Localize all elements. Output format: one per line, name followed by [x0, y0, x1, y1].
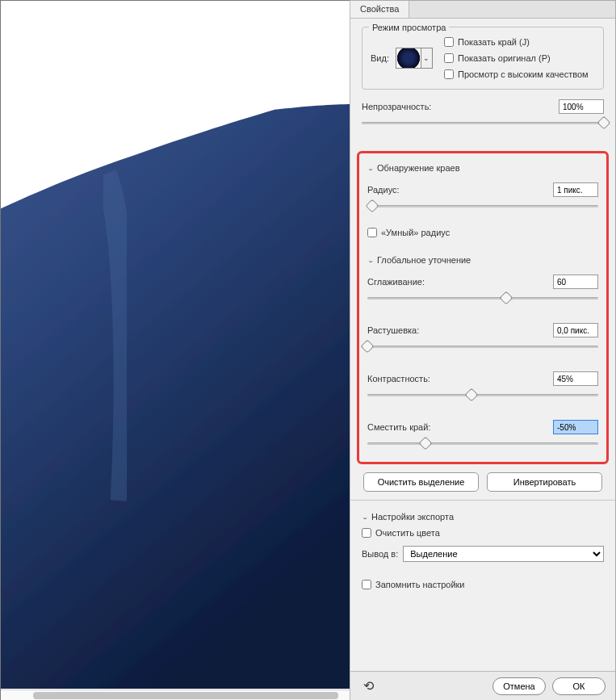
canvas-image [1, 1, 350, 689]
smooth-label: Сглаживание: [367, 277, 425, 287]
radius-slider[interactable] [367, 200, 598, 213]
feather-label: Растушевка: [367, 325, 419, 335]
chevron-down-icon: ⌄ [367, 165, 374, 171]
view-label: Вид: [371, 53, 389, 63]
cb-hq-preview[interactable]: Просмотр с высоким качеством [444, 69, 589, 79]
clear-selection-button[interactable]: Очистить выделение [363, 472, 479, 492]
canvas-area[interactable] [0, 0, 350, 700]
export-header[interactable]: ⌄ Настройки экспорта [362, 509, 604, 528]
cb-remember[interactable]: Запомнить настройки [362, 580, 604, 589]
shift-edge-slider[interactable] [367, 438, 598, 451]
invert-button[interactable]: Инвертировать [487, 472, 602, 492]
output-select[interactable]: Выделение [403, 546, 604, 562]
canvas-hscroll[interactable] [1, 690, 350, 700]
edge-detect-header[interactable]: ⌄ Обнаружение краев [367, 160, 598, 179]
smooth-slider[interactable] [367, 292, 598, 305]
feather-input[interactable] [553, 323, 598, 337]
panel-footer: ⟲ Отмена ОК [350, 671, 615, 700]
view-swatch[interactable] [396, 48, 421, 69]
tab-properties[interactable]: Свойства [350, 1, 409, 18]
revert-icon[interactable]: ⟲ [360, 678, 377, 694]
cb-smart-radius[interactable]: «Умный» радиус [367, 228, 598, 237]
highlighted-settings: ⌄ Обнаружение краев Радиус: «Умный» ради… [357, 151, 609, 464]
contrast-input[interactable] [553, 371, 598, 386]
cb-decontaminate[interactable]: Очистить цвета [362, 528, 604, 538]
opacity-slider[interactable] [362, 117, 604, 130]
ok-button[interactable]: ОК [552, 677, 606, 695]
view-mode-title: Режим просмотра [369, 23, 449, 32]
view-dropdown[interactable]: ⌄ [421, 48, 433, 69]
feather-slider[interactable] [367, 341, 598, 354]
properties-panel: Свойства Режим просмотра Вид: ⌄ Показать… [350, 0, 616, 700]
view-mode-group: Режим просмотра Вид: ⌄ Показать край (J)… [362, 27, 604, 90]
cb-show-original[interactable]: Показать оригинал (P) [444, 53, 589, 63]
radius-label: Радиус: [367, 185, 400, 195]
panel-tabbar: Свойства [350, 1, 615, 19]
chevron-down-icon: ⌄ [362, 513, 368, 520]
shift-edge-label: Сместить край: [367, 422, 430, 432]
contrast-slider[interactable] [367, 389, 598, 402]
global-refine-header[interactable]: ⌄ Глобальное уточнение [367, 252, 598, 271]
chevron-down-icon: ⌄ [423, 54, 430, 62]
chevron-down-icon: ⌄ [367, 257, 374, 263]
opacity-label: Непрозрачность: [362, 102, 431, 111]
contrast-label: Контрастность: [367, 374, 430, 384]
opacity-input[interactable] [559, 99, 604, 114]
cancel-button[interactable]: Отмена [492, 677, 546, 695]
shift-edge-input[interactable] [553, 420, 598, 434]
radius-input[interactable] [553, 182, 598, 197]
smooth-input[interactable] [553, 275, 598, 289]
output-label: Вывод в: [362, 549, 398, 559]
cb-show-edge[interactable]: Показать край (J) [444, 37, 589, 47]
